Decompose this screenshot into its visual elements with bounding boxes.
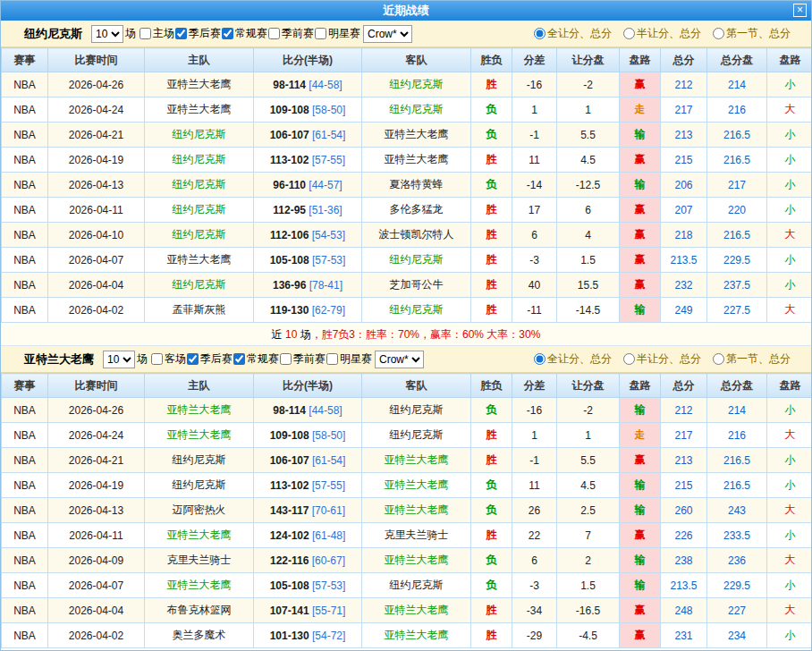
league-cell: NBA — [2, 598, 48, 623]
total-line-cell: 236 — [707, 548, 767, 573]
handicap-result-cell: 赢 — [620, 198, 661, 223]
half-score: [57-53] — [312, 579, 345, 592]
overunder-cell: 小 — [767, 248, 812, 273]
score-cell: 98-114 [44-58] — [254, 72, 362, 97]
final-score: 112-106 — [270, 229, 309, 241]
radio-full-handicap-total[interactable]: 全让分、总分 — [534, 26, 612, 41]
radio-input-full[interactable] — [534, 28, 546, 39]
venue-checkbox-label[interactable]: 主场 — [140, 26, 174, 41]
final-score: 106-107 — [270, 454, 309, 467]
header-home-team: 主队 — [145, 48, 254, 72]
crow-select[interactable]: Crow* — [363, 25, 412, 43]
winloss-cell: 负 — [471, 97, 512, 123]
league-cell: NBA — [2, 72, 48, 97]
match-row: NBA2026-04-26亚特兰大老鹰98-114 [44-58]纽约尼克斯胜-… — [2, 72, 812, 97]
half-score: [51-36] — [309, 204, 342, 216]
home-team-cell: 布鲁克林篮网 — [145, 598, 254, 623]
radio-half-handicap-total[interactable]: 半让分、总分 — [623, 26, 701, 41]
radio-full-handicap-total-2[interactable]: 全让分、总分 — [534, 351, 612, 367]
league-cell: NBA — [2, 123, 48, 148]
half-score: [61-54] — [312, 129, 345, 141]
venue-checkbox-2[interactable] — [151, 353, 163, 365]
handicap-result-cell: 赢 — [620, 72, 661, 97]
games-count-select-2[interactable]: 10 — [103, 351, 135, 368]
league-cell: NBA — [2, 248, 48, 273]
total-line-cell: 234 — [707, 623, 767, 648]
match-row: NBA2026-04-24亚特兰大老鹰109-108 [58-50]纽约尼克斯胜… — [2, 423, 812, 448]
handicap-result-cell: 输 — [620, 473, 661, 498]
handicap-result-cell: 输 — [620, 298, 661, 323]
header-date: 比赛时间 — [48, 374, 145, 398]
handicap-result-cell: 输 — [620, 548, 661, 573]
regular-season-checkbox-2[interactable] — [233, 353, 245, 365]
preseason-checkbox-label[interactable]: 季前赛 — [268, 26, 314, 41]
radio-input-half-2[interactable] — [623, 353, 635, 365]
bet-type-radios-2: 全让分、总分 半让分、总分 第一节、总分 — [534, 351, 799, 367]
league-cell: NBA — [2, 223, 48, 248]
total-points-cell: 213 — [661, 448, 707, 473]
match-row: NBA2026-04-04布鲁克林篮网107-141 [55-71]亚特兰大老鹰… — [2, 598, 812, 623]
home-team-cell: 纽约尼克斯 — [145, 223, 254, 248]
venue-checkbox[interactable] — [140, 28, 151, 39]
playoffs-checkbox-label[interactable]: 季后赛 — [175, 26, 221, 41]
header-total: 总分 — [661, 374, 707, 398]
radio-input-q1[interactable] — [713, 28, 724, 39]
radio-first-quarter-total[interactable]: 第一节、总分 — [713, 26, 791, 41]
overunder-cell: 小 — [767, 523, 812, 548]
total-points-cell: 215 — [661, 148, 707, 173]
preseason-checkbox-text-2: 季前赛 — [293, 351, 326, 367]
date-cell: 2026-04-10 — [48, 223, 145, 248]
header-home-team: 主队 — [145, 374, 254, 398]
handicap-cell: 2.5 — [557, 498, 620, 523]
summary-count: 10 — [285, 328, 297, 341]
allstar-checkbox[interactable] — [315, 28, 326, 39]
winloss-cell: 胜 — [471, 248, 512, 273]
point-diff-cell: 40 — [512, 273, 557, 298]
final-score: 106-107 — [270, 129, 309, 141]
away-team-cell: 芝加哥公牛 — [362, 273, 471, 298]
score-cell: 136-96 [78-41] — [254, 273, 362, 298]
score-cell: 113-102 [57-55] — [254, 148, 362, 173]
match-row: NBA2026-04-07亚特兰大老鹰105-108 [57-53]纽约尼克斯负… — [2, 573, 812, 598]
radio-first-quarter-total-2[interactable]: 第一节、总分 — [713, 351, 791, 367]
playoffs-checkbox-label-2[interactable]: 季后赛 — [187, 351, 233, 367]
score-cell: 109-108 [58-50] — [254, 97, 362, 123]
overunder-cell: 小 — [767, 198, 812, 223]
total-points-cell: 232 — [661, 273, 707, 298]
home-team-cell: 孟菲斯灰熊 — [145, 298, 254, 323]
header-date: 比赛时间 — [48, 48, 145, 72]
regular-season-checkbox-label-2[interactable]: 常规赛 — [233, 351, 279, 367]
home-team-cell: 奥兰多魔术 — [145, 623, 254, 648]
header-ou-result: 盘路 — [767, 48, 812, 72]
radio-half-handicap-total-2[interactable]: 半让分、总分 — [623, 351, 701, 367]
final-score: 113-102 — [270, 154, 309, 166]
allstar-checkbox-label-2[interactable]: 明星赛 — [326, 351, 372, 367]
match-row: NBA2026-04-19纽约尼克斯113-102 [57-55]亚特兰大老鹰负… — [2, 473, 812, 498]
point-diff-cell: 26 — [512, 498, 557, 523]
allstar-checkbox-2[interactable] — [326, 353, 338, 365]
overunder-cell: 大 — [767, 97, 812, 123]
playoffs-checkbox-2[interactable] — [187, 353, 199, 365]
radio-input-half[interactable] — [623, 28, 635, 39]
match-row: NBA2026-04-21纽约尼克斯106-107 [61-54]亚特兰大老鹰胜… — [2, 448, 812, 473]
home-team-cell: 迈阿密热火 — [145, 498, 254, 523]
playoffs-checkbox[interactable] — [175, 28, 187, 39]
winloss-cell: 负 — [471, 473, 512, 498]
preseason-checkbox[interactable] — [268, 28, 280, 39]
venue-checkbox-label-2[interactable]: 客场 — [151, 351, 186, 367]
crow-select-2[interactable]: Crow* — [375, 351, 424, 368]
half-score: [57-55] — [312, 479, 345, 492]
point-diff-cell: -16 — [512, 72, 557, 97]
total-points-cell: 249 — [661, 298, 707, 323]
point-diff-cell: 22 — [512, 523, 557, 548]
close-button[interactable]: × — [793, 4, 807, 17]
preseason-checkbox-2[interactable] — [280, 353, 292, 365]
regular-season-checkbox-label[interactable]: 常规赛 — [222, 26, 267, 41]
radio-input-full-2[interactable] — [534, 353, 546, 365]
preseason-checkbox-label-2[interactable]: 季前赛 — [280, 351, 326, 367]
radio-input-q1-2[interactable] — [713, 353, 724, 365]
allstar-checkbox-label[interactable]: 明星赛 — [315, 26, 360, 41]
regular-season-checkbox[interactable] — [222, 28, 233, 39]
games-count-select[interactable]: 10 — [91, 25, 123, 43]
final-score: 143-117 — [270, 504, 309, 517]
